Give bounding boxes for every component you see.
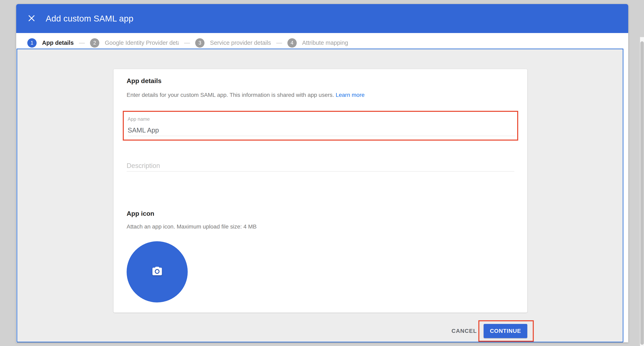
step-separator: —	[276, 40, 282, 46]
section-description-text: Enter details for your custom SAML app. …	[126, 92, 336, 98]
add-custom-saml-app-dialog: Add custom SAML app 1 App details — 2 Go…	[16, 4, 628, 342]
section-description: Enter details for your custom SAML app. …	[126, 92, 365, 98]
close-button[interactable]	[26, 13, 38, 25]
stepper-step-app-details[interactable]: 1 App details	[27, 38, 74, 48]
app-icon-section-description: Attach an app icon. Maximum upload file …	[126, 223, 257, 230]
step-number-badge: 1	[27, 38, 36, 48]
app-name-field-label: App name	[128, 116, 150, 122]
step-separator: —	[79, 40, 85, 46]
step-separator: —	[184, 40, 190, 46]
app-name-annotation-highlight: App name	[123, 111, 518, 141]
step-number-badge: 4	[288, 38, 297, 48]
step-label: Attribute mapping	[302, 40, 348, 46]
dialog-title: Add custom SAML app	[46, 14, 134, 24]
scrollbar-thumb[interactable]	[640, 41, 644, 345]
step-label: Service provider details	[210, 40, 271, 46]
learn-more-link[interactable]: Learn more	[336, 92, 364, 98]
section-title: App details	[126, 77, 162, 85]
step-number-badge: 3	[195, 38, 204, 48]
step-label: Google Identity Provider details	[105, 40, 179, 46]
scrollbar-track[interactable]	[640, 37, 644, 346]
continue-button[interactable]: CONTINUE	[484, 324, 527, 338]
app-icon-upload-button[interactable]	[126, 241, 188, 302]
app-details-card: App details Enter details for your custo…	[114, 69, 527, 312]
stepper-step-google-idp-details[interactable]: 2 Google Identity Provider details	[90, 38, 179, 48]
cancel-button[interactable]: CANCEL	[448, 324, 480, 338]
dialog-header: Add custom SAML app	[16, 4, 628, 33]
step-number-badge: 2	[90, 38, 99, 48]
app-icon-section-title: App icon	[126, 210, 154, 217]
app-name-input[interactable]	[128, 125, 515, 136]
step-label: App details	[42, 40, 74, 46]
stepper-step-attribute-mapping[interactable]: 4 Attribute mapping	[288, 38, 348, 48]
description-input[interactable]	[126, 160, 514, 171]
stepper-step-service-provider-details[interactable]: 3 Service provider details	[195, 38, 271, 48]
close-icon	[28, 14, 36, 23]
wizard-content-area: App details Enter details for your custo…	[16, 49, 623, 342]
camera-icon	[152, 266, 163, 278]
